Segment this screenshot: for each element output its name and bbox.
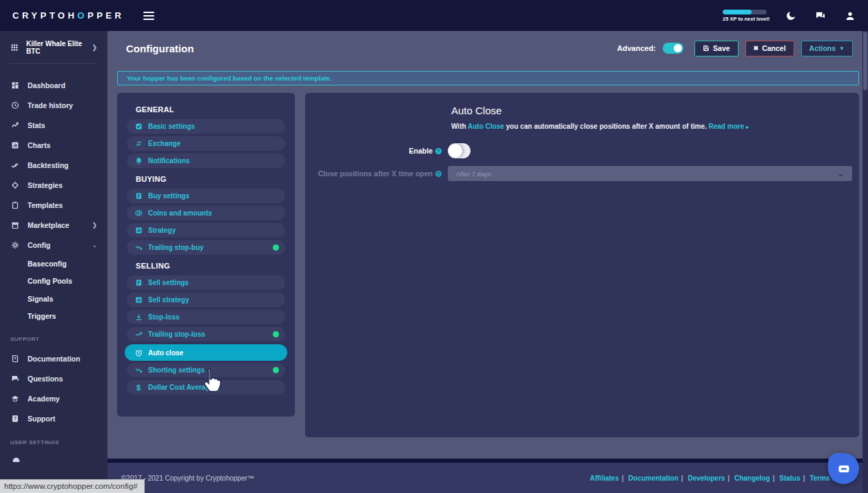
link-separator: | [727, 474, 730, 482]
sidebar: Killer Whale Elite BTC ❯ Dashboard Trade… [0, 31, 107, 493]
checkbox-icon [134, 123, 143, 130]
exchange-arrows-icon [134, 140, 143, 147]
sidebar-item-documentation[interactable]: Documentation [0, 348, 107, 368]
sidebar-item-charts[interactable]: Charts [0, 135, 107, 155]
close-positions-row: Close positions after X time open ? Afte… [305, 166, 859, 181]
panel-title: Auto Close [451, 105, 859, 116]
config-item-auto-close[interactable]: Auto close [125, 344, 287, 361]
footer-link-status[interactable]: Status [779, 474, 800, 482]
config-item-exchange[interactable]: Exchange [127, 136, 285, 151]
dashboard-icon [10, 81, 19, 90]
sidebar-item-triggers[interactable]: Triggers [0, 308, 107, 326]
sidebar-item-label: Strategies [28, 181, 63, 189]
auto-close-link[interactable]: Auto Close [468, 123, 504, 130]
read-more-arrow-icon: ▸ [746, 124, 749, 130]
page-title: Configuration [126, 43, 194, 54]
sidebar-item-trade-history[interactable]: Trade history [0, 95, 107, 115]
sidebar-item-academy[interactable]: Academy [0, 388, 107, 408]
advanced-toggle-label: Advanced: [617, 44, 656, 52]
ledger-icon [134, 279, 143, 286]
speech-bubble-icon [10, 375, 19, 383]
cryptohopper-logo[interactable]: CRYPTOHOPPER [12, 10, 124, 21]
user-settings-partial-icon [12, 456, 21, 462]
actions-dropdown-button[interactable]: Actions ▼ [801, 41, 853, 56]
sidebar-item-label: Signals [28, 295, 53, 303]
chat-messages-icon[interactable] [815, 10, 826, 21]
trend-up-icon [134, 331, 143, 338]
footer-link-developers[interactable]: Developers [688, 474, 725, 482]
config-item-label: Auto close [148, 349, 183, 357]
dark-mode-moon-icon[interactable] [785, 10, 796, 21]
scrollbar-thumb[interactable] [863, 32, 867, 90]
sidebar-item-support[interactable]: ? Support [0, 408, 107, 428]
config-item-label: Exchange [148, 140, 180, 147]
browser-status-url: https://www.cryptohopper.com/config# [0, 479, 145, 493]
section-title-general: GENERAL [136, 105, 285, 114]
store-icon [10, 221, 19, 229]
live-chat-launcher[interactable] [828, 453, 859, 484]
config-item-stop-loss[interactable]: Stop-loss [127, 310, 285, 324]
template-configured-banner: Your hopper has been configured based on… [117, 71, 859, 85]
sidebar-item-marketplace[interactable]: Marketplace ❯ [0, 215, 107, 235]
sidebar-item-questions[interactable]: Questions [0, 368, 107, 388]
chevron-down-icon: ⌄ [838, 169, 844, 178]
config-item-dollar-cost-averaging[interactable]: $ Dollar Cost Averaging [127, 380, 285, 395]
footer-link-documentation[interactable]: Documentation [628, 474, 679, 482]
sidebar-item-strategies[interactable]: Strategies [0, 175, 107, 195]
help-question-icon[interactable]: ? [435, 171, 442, 177]
config-item-trailing-stop-buy[interactable]: Trailing stop-buy [127, 240, 285, 255]
cancel-button[interactable]: ✖ Cancel [745, 41, 794, 56]
sidebar-item-stats[interactable]: Stats [0, 115, 107, 135]
sidebar-item-label: Config [28, 241, 50, 249]
config-item-sell-strategy[interactable]: Sell strategy [127, 293, 285, 307]
config-item-label: Sell settings [148, 279, 189, 286]
advanced-toggle[interactable] [663, 43, 683, 54]
close-positions-dropdown[interactable]: After 7 days ⌄ [448, 166, 852, 181]
cancel-x-icon: ✖ [754, 45, 759, 52]
config-item-sell-settings[interactable]: Sell settings [127, 275, 285, 290]
help-question-icon[interactable]: ? [435, 148, 442, 154]
config-item-label: Basic settings [148, 123, 195, 130]
hopper-selector[interactable]: Killer Whale Elite BTC ❯ [0, 31, 107, 63]
vertical-scrollbar[interactable] [862, 31, 868, 493]
config-item-label: Strategy [148, 227, 176, 234]
config-item-coins-and-amounts[interactable]: Coins and amounts [127, 206, 285, 220]
sidebar-item-label: Marketplace [28, 221, 70, 229]
footer-link-affiliates[interactable]: Affiliates [590, 474, 619, 482]
zigzag-down-icon [134, 244, 143, 251]
user-profile-icon[interactable] [845, 10, 856, 21]
config-item-basic-settings[interactable]: Basic settings [127, 119, 285, 134]
sidebar-item-templates[interactable]: Templates [0, 195, 107, 215]
alarm-clock-icon [134, 349, 143, 357]
config-item-strategy[interactable]: Strategy [127, 223, 285, 238]
cancel-button-label: Cancel [762, 44, 785, 52]
read-more-link[interactable]: Read more [709, 123, 745, 130]
sidebar-item-baseconfig[interactable]: Baseconfig [0, 255, 107, 273]
sidebar-item-dashboard[interactable]: Dashboard [0, 75, 107, 95]
config-item-notifications[interactable]: Notifications [127, 154, 285, 168]
sidebar-item-label: Templates [28, 201, 63, 209]
config-item-shorting-settings[interactable]: Shorting settings [127, 363, 285, 377]
banner-message: Your hopper has been configured based on… [127, 74, 332, 82]
config-item-label: Sell strategy [148, 296, 189, 304]
sidebar-item-config-pools[interactable]: Config Pools [0, 273, 107, 291]
sidebar-item-label: Questions [28, 375, 63, 383]
sidebar-item-backtesting[interactable]: Backtesting [0, 155, 107, 175]
xp-progress-bar [723, 10, 767, 14]
hamburger-menu-icon[interactable] [143, 10, 154, 22]
xp-progress-fill [723, 10, 752, 14]
auto-close-panel: Auto Close With Auto Close you can autom… [305, 93, 859, 437]
bell-icon [134, 157, 143, 165]
bar-chart-icon [134, 296, 143, 304]
sidebar-item-config[interactable]: Config ⌄ [0, 235, 107, 255]
enable-toggle[interactable] [448, 143, 471, 158]
config-item-trailing-stop-loss[interactable]: Trailing stop-loss [127, 327, 285, 342]
save-floppy-icon [703, 45, 710, 52]
save-button[interactable]: Save [694, 41, 738, 56]
bar-chart-icon [134, 227, 143, 234]
chat-widget-icon [837, 462, 851, 476]
link-separator: | [773, 474, 775, 482]
config-item-buy-settings[interactable]: Buy settings [127, 189, 285, 203]
sidebar-item-signals[interactable]: Signals [0, 290, 107, 308]
footer-link-changelog[interactable]: Changelog [734, 474, 770, 482]
